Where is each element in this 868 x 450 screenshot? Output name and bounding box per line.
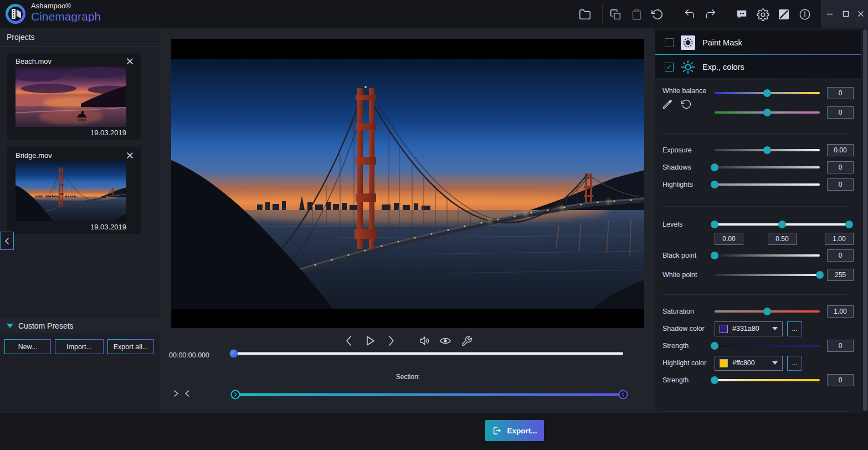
- video-preview[interactable]: [171, 39, 644, 328]
- paint-mask-tool-button[interactable]: [681, 35, 695, 50]
- export-all-presets-button[interactable]: Export all...: [107, 339, 154, 354]
- black-point-slider[interactable]: [715, 251, 820, 260]
- slider-handle[interactable]: [816, 271, 824, 279]
- collapse-sidebar-button[interactable]: [0, 232, 14, 250]
- divider: [662, 294, 846, 295]
- slider-handle[interactable]: [711, 181, 718, 188]
- highlights-slider[interactable]: [715, 180, 820, 189]
- shadow-strength-value[interactable]: 0: [827, 340, 854, 352]
- reset-button[interactable]: [650, 7, 665, 22]
- exp-colors-section-header[interactable]: ✓ Exp., colors: [655, 55, 861, 79]
- paste-button[interactable]: [629, 7, 644, 22]
- levels-slider[interactable]: [715, 220, 849, 229]
- previous-frame-button[interactable]: [342, 334, 356, 348]
- clipboard-icon: [631, 9, 643, 21]
- slider-handle[interactable]: [763, 109, 771, 116]
- levels-high-value[interactable]: 1.00: [825, 233, 854, 245]
- playback-controls: [171, 331, 644, 350]
- highlight-color-dropdown[interactable]: #ffc800: [715, 356, 783, 371]
- import-presets-button[interactable]: Import...: [55, 339, 104, 354]
- close-project-button[interactable]: [125, 57, 134, 65]
- wb-tint-slider[interactable]: [715, 108, 820, 117]
- copy-button[interactable]: [608, 7, 623, 22]
- playhead-handle[interactable]: [230, 350, 238, 358]
- export-button[interactable]: Export...: [485, 420, 544, 441]
- triangle-down-icon: [7, 324, 13, 328]
- slider-handle[interactable]: [763, 89, 771, 97]
- volume-button[interactable]: [417, 334, 432, 348]
- timeline-slider[interactable]: [230, 349, 623, 358]
- export-icon: [492, 426, 502, 436]
- close-button[interactable]: [856, 9, 866, 18]
- wb-tint-value[interactable]: 0: [827, 106, 854, 119]
- gradient-divider: [655, 79, 861, 79]
- white-point-slider[interactable]: [715, 270, 820, 279]
- settings-button[interactable]: [756, 7, 770, 22]
- shadow-strength-slider[interactable]: [715, 341, 820, 350]
- open-project-button[interactable]: [578, 7, 592, 22]
- section-end-handle[interactable]: [619, 390, 628, 400]
- play-button[interactable]: [363, 334, 377, 348]
- levels-high-handle[interactable]: [845, 221, 853, 228]
- undo-button[interactable]: [682, 7, 697, 22]
- rotate-ccw-icon: [651, 8, 664, 21]
- levels-mid-value[interactable]: 0.50: [768, 233, 797, 245]
- comment-icon: [736, 8, 748, 21]
- shadows-value[interactable]: 0: [827, 161, 854, 173]
- highlight-strength-label: Strength: [662, 376, 715, 384]
- info-icon: [799, 8, 811, 21]
- tools-button[interactable]: [459, 334, 474, 348]
- timeline-track[interactable]: [230, 352, 623, 355]
- wb-temperature-slider[interactable]: [715, 89, 820, 98]
- paint-mask-checkbox[interactable]: [665, 38, 674, 47]
- slider-handle[interactable]: [763, 308, 771, 315]
- wb-temperature-value[interactable]: 0: [827, 87, 854, 99]
- panel-scrollbar[interactable]: [863, 29, 867, 411]
- slider-handle[interactable]: [711, 163, 718, 171]
- sun-icon: [681, 60, 695, 74]
- levels-low-value[interactable]: 0.00: [715, 233, 743, 245]
- chevron-left-icon[interactable]: [184, 390, 191, 397]
- slider-handle[interactable]: [711, 376, 718, 384]
- project-card-bridge[interactable]: Bridge.mov 19.03.2019: [7, 147, 141, 234]
- section-start-handle[interactable]: [231, 390, 240, 400]
- theme-button[interactable]: [777, 7, 791, 22]
- play-icon: [364, 335, 376, 346]
- preview-toggle-button[interactable]: [438, 334, 453, 348]
- paint-mask-section-header[interactable]: Paint Mask: [655, 30, 861, 55]
- wrench-icon: [461, 335, 472, 347]
- maximize-button[interactable]: [841, 9, 851, 18]
- shadow-color-dropdown[interactable]: #331a80: [715, 321, 783, 336]
- chevron-right-icon[interactable]: [173, 390, 179, 397]
- info-button[interactable]: [798, 7, 812, 22]
- close-project-button[interactable]: [125, 151, 134, 160]
- project-card-beach[interactable]: Beach.mov 19.03.2019: [7, 53, 141, 140]
- slider-handle[interactable]: [763, 146, 771, 154]
- shadows-slider[interactable]: [715, 163, 820, 172]
- section-range-slider[interactable]: [235, 390, 623, 400]
- slider-handle[interactable]: [711, 342, 718, 350]
- black-point-value[interactable]: 0: [827, 249, 854, 262]
- custom-presets-header[interactable]: Custom Presets: [0, 319, 161, 333]
- slider-handle[interactable]: [711, 252, 718, 259]
- highlight-strength-slider[interactable]: [715, 376, 820, 385]
- shadow-color-more-button[interactable]: ...: [787, 321, 802, 336]
- levels-mid-handle[interactable]: [778, 221, 786, 228]
- new-preset-button[interactable]: New...: [4, 339, 51, 354]
- projects-header: Projects: [0, 28, 161, 47]
- redo-button[interactable]: [703, 7, 718, 22]
- section-track[interactable]: [235, 393, 623, 396]
- highlights-value[interactable]: 0: [827, 178, 854, 191]
- highlight-color-more-button[interactable]: ...: [787, 356, 802, 371]
- white-point-value[interactable]: 255: [827, 269, 854, 281]
- next-frame-button[interactable]: [384, 334, 398, 348]
- feedback-button[interactable]: [735, 7, 749, 22]
- saturation-slider[interactable]: [715, 307, 820, 316]
- exp-colors-checkbox[interactable]: ✓: [665, 63, 674, 71]
- exposure-slider[interactable]: [715, 146, 820, 155]
- exposure-value[interactable]: 0.00: [827, 144, 854, 156]
- minimize-button[interactable]: [825, 9, 835, 18]
- levels-low-handle[interactable]: [711, 221, 718, 228]
- saturation-value[interactable]: 1.00: [827, 305, 854, 318]
- highlight-strength-value[interactable]: 0: [827, 374, 854, 386]
